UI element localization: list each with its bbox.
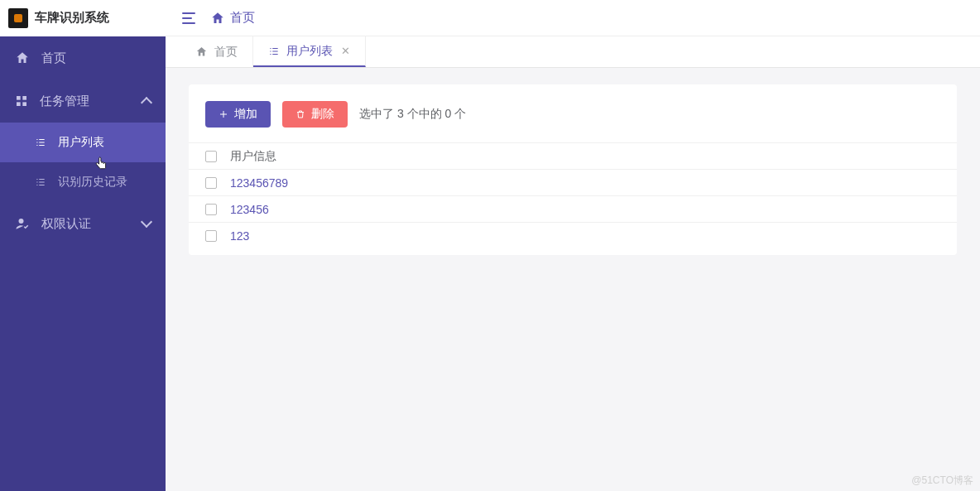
hamburger-icon[interactable] [182, 12, 195, 24]
sidebar-item-label: 识别历史记录 [58, 175, 127, 190]
sidebar-item-users[interactable]: 用户列表 [0, 123, 166, 162]
toolbar: 增加 删除 选中了 3 个中的 0 个 [189, 101, 957, 142]
content-area: 首页 用户列表 ✕ 增加 删除 选中了 3 个中的 0 个 [166, 36, 980, 491]
top-actions: 首页 [166, 0, 255, 36]
tab-label: 用户列表 [286, 44, 333, 59]
row-value[interactable]: 123456789 [230, 176, 940, 190]
sidebar-group-auth[interactable]: 权限认证 [0, 202, 166, 245]
app-title: 车牌识别系统 [35, 10, 109, 26]
topbar: 车牌识别系统 首页 [0, 0, 980, 36]
svg-rect-0 [17, 96, 21, 100]
grid-icon [15, 94, 28, 108]
chevron-down-icon [141, 216, 152, 228]
svg-rect-1 [22, 96, 26, 100]
logo-block: 车牌识别系统 [0, 0, 166, 36]
tab-home[interactable]: 首页 [180, 36, 253, 67]
row-value[interactable]: 123456 [230, 203, 940, 216]
home-link[interactable]: 首页 [210, 10, 255, 26]
svg-rect-3 [22, 102, 26, 106]
home-link-label: 首页 [230, 10, 255, 26]
close-icon[interactable]: ✕ [341, 45, 350, 57]
chevron-up-icon [141, 97, 152, 108]
tab-label: 首页 [214, 45, 238, 60]
selection-info: 选中了 3 个中的 0 个 [359, 107, 466, 122]
row-checkbox[interactable] [205, 177, 217, 189]
main-panel: 增加 删除 选中了 3 个中的 0 个 用户信息 123456789 12345… [189, 84, 957, 255]
list-icon [268, 46, 280, 57]
sidebar-group-tasks[interactable]: 任务管理 [0, 79, 166, 123]
user-check-icon [15, 216, 30, 231]
sidebar-group-label: 权限认证 [41, 216, 91, 232]
add-button-label: 增加 [234, 107, 257, 122]
svg-point-4 [19, 219, 24, 224]
table-header: 用户信息 [189, 142, 957, 169]
sidebar-item-label: 首页 [41, 51, 66, 66]
delete-button[interactable]: 删除 [282, 101, 348, 128]
sidebar-item-label: 用户列表 [58, 135, 104, 150]
sidebar-group-label: 任务管理 [40, 94, 89, 109]
watermark: @51CTO博客 [911, 474, 973, 488]
trash-icon [295, 109, 305, 119]
delete-button-label: 删除 [311, 107, 334, 122]
table-row[interactable]: 123 [189, 222, 957, 248]
sidebar-item-home[interactable]: 首页 [0, 36, 166, 79]
table-row[interactable]: 123456789 [189, 169, 957, 195]
row-checkbox[interactable] [205, 204, 217, 215]
home-icon [195, 46, 208, 58]
row-checkbox[interactable] [205, 230, 217, 242]
column-header: 用户信息 [230, 149, 940, 164]
home-icon [210, 11, 225, 26]
list-icon [35, 137, 46, 148]
logo-icon [8, 8, 28, 28]
add-button[interactable]: 增加 [205, 101, 271, 128]
svg-rect-2 [17, 102, 21, 106]
home-icon [15, 51, 30, 65]
table-row[interactable]: 123456 [189, 195, 957, 222]
tab-users[interactable]: 用户列表 ✕ [253, 36, 366, 67]
sidebar-item-history[interactable]: 识别历史记录 [0, 162, 166, 202]
tabs-row: 首页 用户列表 ✕ [166, 36, 980, 68]
sidebar: 首页 任务管理 用户列表 识别历史记录 权限认证 [0, 36, 166, 491]
select-all-checkbox[interactable] [205, 151, 217, 162]
list-icon [35, 176, 46, 188]
plus-icon [219, 109, 228, 119]
row-value[interactable]: 123 [230, 229, 940, 243]
